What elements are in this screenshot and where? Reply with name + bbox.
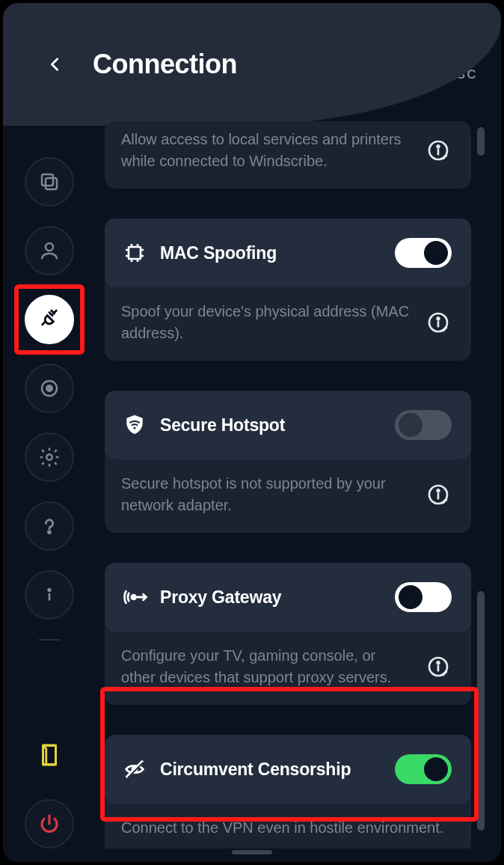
svg-point-8 — [46, 385, 52, 391]
svg-line-5 — [49, 313, 52, 316]
page-title: Connection — [93, 49, 237, 80]
resize-handle[interactable] — [232, 850, 272, 855]
toggle-circumvent-censorship[interactable] — [395, 754, 452, 784]
svg-rect-2 — [42, 174, 53, 186]
info-button[interactable] — [423, 652, 453, 682]
setting-secure-hotspot: Secure Hotspot Secure hotspot is not sup… — [105, 391, 471, 533]
back-button[interactable] — [45, 54, 66, 75]
toggle-mac-spoofing[interactable] — [395, 238, 452, 268]
info-link-icon — [426, 311, 450, 334]
scrollbar-track[interactable] — [477, 127, 485, 819]
sidebar-item-rules[interactable] — [25, 364, 74, 413]
svg-line-6 — [52, 311, 55, 314]
sidebar — [19, 157, 79, 849]
info-link-icon — [426, 138, 450, 162]
svg-rect-3 — [46, 178, 57, 189]
scrollbar-thumb-section[interactable] — [477, 591, 485, 831]
svg-point-36 — [437, 661, 440, 664]
toggle-proxy-gateway[interactable] — [395, 582, 452, 612]
info-link-icon — [426, 483, 450, 507]
gear-icon — [38, 446, 61, 468]
svg-rect-18 — [129, 247, 141, 259]
setting-title: MAC Spoofing — [160, 243, 383, 263]
setting-title: Secure Hotspot — [160, 415, 383, 435]
setting-proxy-gateway: Proxy Gateway Configure your TV, gaming … — [105, 563, 471, 705]
svg-point-9 — [46, 454, 52, 460]
svg-point-34 — [132, 595, 136, 599]
sidebar-separator — [39, 639, 60, 641]
sidebar-item-connection[interactable] — [25, 295, 74, 344]
setting-description: Secure hotspot is not supported by your … — [121, 473, 411, 516]
chevron-left-icon — [47, 52, 64, 77]
header: Connection — [3, 3, 501, 126]
sidebar-item-log[interactable] — [25, 730, 74, 780]
svg-point-10 — [49, 531, 51, 534]
sidebar-item-settings[interactable] — [25, 432, 74, 482]
setting-description: Spoof your device's physical address (MA… — [121, 301, 411, 344]
sidebar-item-help[interactable] — [25, 501, 74, 551]
chip-icon — [121, 239, 148, 266]
setting-title: Circumvent Censorship — [160, 759, 383, 780]
sidebar-item-about[interactable] — [25, 570, 74, 620]
info-link-icon — [426, 655, 450, 679]
info-icon — [40, 585, 59, 605]
user-icon — [38, 239, 61, 262]
svg-point-32 — [437, 489, 440, 492]
setting-mac-spoofing: MAC Spoofing Spoof your device's physica… — [105, 218, 471, 361]
setting-description: Connect to the VPN even in hostile envir… — [121, 817, 453, 839]
setting-description: Configure your TV, gaming console, or ot… — [121, 645, 411, 688]
svg-line-39 — [127, 762, 142, 777]
scrollbar-thumb[interactable] — [477, 127, 485, 156]
setting-title: Proxy Gateway — [160, 587, 383, 608]
svg-point-28 — [437, 317, 440, 320]
info-button[interactable] — [423, 480, 453, 510]
sidebar-item-general[interactable] — [25, 157, 74, 207]
app-window: ESC Connection — [0, 0, 504, 865]
question-icon — [39, 516, 60, 537]
svg-point-30 — [133, 427, 135, 429]
sidebar-item-power[interactable] — [25, 799, 74, 849]
setting-circumvent-censorship: Circumvent Censorship Connect to the VPN… — [105, 735, 471, 849]
page-icon — [37, 742, 62, 768]
sidebar-item-account[interactable] — [25, 226, 74, 275]
setting-description: Allow access to local services and print… — [121, 129, 411, 172]
target-icon — [38, 377, 61, 400]
svg-point-4 — [46, 243, 53, 251]
content-area: Allow access to local services and print… — [100, 121, 485, 849]
layers-icon — [38, 171, 61, 193]
shield-wifi-icon — [121, 412, 148, 438]
broadcast-icon — [121, 584, 148, 611]
plug-icon — [37, 308, 61, 331]
info-button[interactable] — [423, 308, 453, 337]
svg-point-16 — [437, 145, 440, 147]
settings-list: Allow access to local services and print… — [105, 121, 471, 849]
toggle-secure-hotspot[interactable] — [395, 410, 452, 440]
setting-lan-traffic: Allow access to local services and print… — [105, 121, 471, 189]
svg-point-11 — [49, 589, 51, 591]
info-button[interactable] — [423, 135, 453, 165]
no-eye-icon — [121, 756, 148, 783]
power-icon — [38, 813, 61, 835]
